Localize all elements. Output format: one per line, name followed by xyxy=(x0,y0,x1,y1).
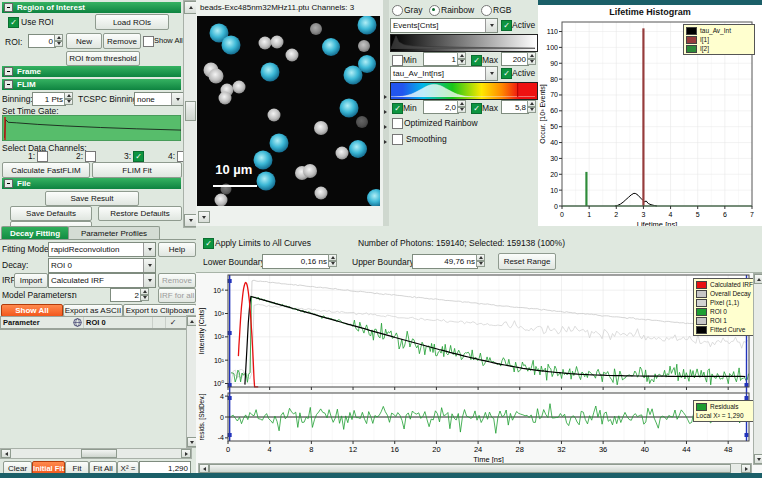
section-header-roi[interactable]: Region of Interest xyxy=(2,2,181,13)
layer1-min-checkbox[interactable] xyxy=(392,55,403,66)
channel-checkbox[interactable]: ✓ xyxy=(133,151,144,162)
gray-bead xyxy=(267,108,280,121)
tcspc-binning-dropdown[interactable]: none xyxy=(134,92,184,106)
model-params-stepper[interactable] xyxy=(140,288,149,301)
layer1-min-stepper[interactable] xyxy=(457,52,466,65)
section-title: Frame xyxy=(17,67,41,76)
section-header-flim[interactable]: FLIM xyxy=(2,79,181,90)
apply-limits-checkbox[interactable]: ✓ xyxy=(203,238,214,249)
svg-text:10²: 10² xyxy=(214,333,225,340)
section-header-frame[interactable]: Frame xyxy=(2,66,181,77)
layer2-max-field[interactable]: 5,8 xyxy=(501,100,529,114)
layer1-min-label: Min xyxy=(403,55,417,65)
roi-number-field[interactable]: 0 xyxy=(28,34,56,48)
layer1-max-checkbox[interactable]: ✓ xyxy=(471,55,482,66)
remove-roi-button[interactable]: Remove xyxy=(103,33,141,49)
layer2-max-checkbox[interactable]: ✓ xyxy=(471,103,482,114)
load-rois-button[interactable]: Load ROIs xyxy=(95,14,169,30)
layer2-max-label: Max xyxy=(482,103,498,113)
save-result-button[interactable]: Save Result xyxy=(45,191,139,206)
collapse-icon[interactable] xyxy=(4,3,13,12)
channel-checkbox[interactable] xyxy=(85,151,96,162)
events-gradient-bar[interactable] xyxy=(390,34,538,52)
layer1-active-checkbox[interactable]: ✓ xyxy=(501,20,512,31)
layer1-min-field[interactable]: 1 xyxy=(423,52,459,66)
reset-range-button[interactable]: Reset Range xyxy=(498,253,556,270)
collapse-icon[interactable] xyxy=(4,80,13,89)
section-title: Region of Interest xyxy=(17,3,85,12)
fitting-model-dropdown[interactable]: rapidReconvolution xyxy=(48,242,156,257)
new-roi-button[interactable]: New xyxy=(66,33,102,49)
svg-text:24: 24 xyxy=(474,445,482,454)
flim-image[interactable]: 10 µm xyxy=(197,16,380,206)
gray-bead xyxy=(209,68,224,83)
restore-defaults-button[interactable]: Restore Defaults xyxy=(98,206,182,221)
gray-bead xyxy=(233,81,246,94)
layer2-active-checkbox[interactable]: ✓ xyxy=(501,68,512,79)
show-all-checkbox[interactable] xyxy=(143,36,154,47)
rainbow-mode-radio[interactable] xyxy=(429,5,440,16)
tau-gradient-bar[interactable] xyxy=(390,82,538,100)
collapse-icon[interactable] xyxy=(4,179,13,188)
calculate-fastflim-button[interactable]: Calculate FastFLIM xyxy=(2,162,90,178)
roi-from-threshold-button[interactable]: ROI from threshold xyxy=(66,51,140,66)
channels-row: 1:2:3:✓4: xyxy=(0,151,183,161)
svg-text:0: 0 xyxy=(226,445,230,454)
svg-text:70: 70 xyxy=(550,91,558,98)
legend-swatch xyxy=(696,326,707,334)
cyan-bead xyxy=(261,63,280,82)
tab-parameter-profiles[interactable]: Parameter Profiles xyxy=(68,226,160,240)
layer1-max-stepper[interactable] xyxy=(527,52,536,65)
decay-vscrollbar[interactable] xyxy=(753,273,762,465)
image-title: beads-Exc485nm32MHz11.ptu Channels: 3 xyxy=(200,3,354,12)
time-gate-plot[interactable] xyxy=(2,115,181,141)
gray-bead xyxy=(356,116,368,128)
irf-for-all-button[interactable]: IRF for all xyxy=(158,288,196,303)
svg-text:32: 32 xyxy=(557,445,565,454)
svg-text:8: 8 xyxy=(309,445,313,454)
channel-checkbox[interactable] xyxy=(37,151,48,162)
layer2-min-field[interactable]: 2,0 xyxy=(423,100,459,114)
binning-stepper[interactable] xyxy=(64,92,73,105)
smoothing-checkbox[interactable] xyxy=(392,134,403,145)
section-header-file[interactable]: File xyxy=(2,178,181,189)
help-button[interactable]: Help xyxy=(158,242,196,257)
lower-boundary-field[interactable]: 0,16 ns xyxy=(262,254,330,269)
legend-entry: Fitted Curve xyxy=(696,325,760,334)
irf-dropdown[interactable]: Calculated IRF xyxy=(48,273,156,288)
left-settings-panel: Region of Interest ✓ Use ROI Load ROIs R… xyxy=(0,0,184,226)
gray-mode-radio[interactable] xyxy=(392,5,403,16)
decay-fitting-panel: Fitting Model: rapidReconvolution Help D… xyxy=(0,239,196,474)
layer2-min-stepper[interactable] xyxy=(457,100,466,113)
upper-boundary-stepper[interactable] xyxy=(476,254,485,267)
layer2-max-stepper[interactable] xyxy=(527,100,536,113)
lower-boundary-label: Lower Boundary: xyxy=(203,257,267,267)
decay-dropdown[interactable]: ROI 0 xyxy=(48,258,156,273)
svg-text:40: 40 xyxy=(550,139,558,146)
rgb-mode-radio[interactable] xyxy=(481,5,492,16)
collapse-icon[interactable] xyxy=(4,67,13,76)
binning-field[interactable]: 1 Pts xyxy=(32,92,66,106)
optimized-rainbow-checkbox[interactable] xyxy=(392,118,403,129)
irf-import-button[interactable]: Import xyxy=(14,273,48,288)
irf-remove-button[interactable]: Remove xyxy=(158,273,196,288)
decay-value: ROI 0 xyxy=(51,261,72,270)
upper-boundary-field[interactable]: 49,76 ns xyxy=(412,254,478,269)
svg-text:16: 16 xyxy=(391,445,399,454)
tab-decay-fitting[interactable]: Decay Fitting xyxy=(1,226,69,240)
model-params-field[interactable]: 2 xyxy=(110,288,142,302)
residuals-legend: ResidualsLocal X² = 1,290 xyxy=(693,400,762,422)
flim-fit-button[interactable]: FLIM Fit xyxy=(92,162,182,178)
save-defaults-button[interactable]: Save Defaults xyxy=(10,206,92,221)
lower-boundary-stepper[interactable] xyxy=(328,254,337,267)
layer2-dropdown[interactable]: tau_Av_Int[ns] xyxy=(390,66,498,81)
use-roi-checkbox[interactable]: ✓ xyxy=(8,17,19,28)
image-collapse-button[interactable] xyxy=(198,211,210,223)
table-hscrollbar[interactable] xyxy=(0,448,192,459)
layer1-dropdown[interactable]: Events[Cnts] xyxy=(390,18,498,33)
svg-text:6: 6 xyxy=(723,211,727,218)
roi-number-stepper[interactable] xyxy=(54,34,63,47)
layer2-min-checkbox[interactable]: ✓ xyxy=(392,103,403,114)
layer1-max-field[interactable]: 200 xyxy=(501,52,529,66)
legend-swatch xyxy=(696,403,707,411)
